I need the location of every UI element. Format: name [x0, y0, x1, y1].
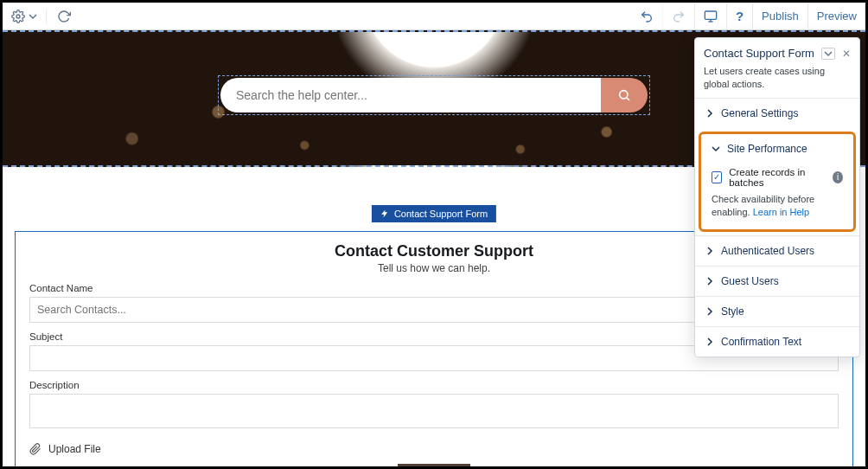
search-component[interactable]: [218, 75, 650, 115]
component-badge: Contact Support Form: [372, 205, 496, 222]
builder-settings-menu[interactable]: [3, 10, 47, 23]
search-icon: [617, 88, 631, 102]
section-label: Confirmation Text: [721, 336, 801, 348]
svg-point-4: [620, 91, 628, 99]
section-label: Site Performance: [727, 143, 807, 155]
section-site-performance[interactable]: Site Performance: [701, 134, 853, 164]
svg-point-0: [16, 15, 20, 18]
search-input[interactable]: [220, 78, 601, 112]
submit-button[interactable]: Submit: [398, 464, 470, 469]
top-toolbar: ? Publish Preview: [3, 3, 865, 30]
preview-label: Preview: [817, 10, 857, 22]
checkbox-label: Create records in batches: [729, 167, 826, 188]
help-text: Check availability before enabling. Lear…: [712, 193, 843, 220]
close-icon: ✕: [842, 48, 851, 60]
desktop-icon: [704, 10, 718, 23]
section-general-settings[interactable]: General Settings: [695, 98, 859, 128]
info-icon[interactable]: i: [833, 171, 843, 183]
search-button[interactable]: [601, 78, 648, 112]
publish-label: Publish: [762, 10, 799, 22]
svg-line-5: [627, 98, 629, 100]
section-label: Guest Users: [721, 275, 779, 287]
gear-icon: [11, 10, 25, 23]
undo-icon: [640, 10, 654, 23]
upload-label: Upload File: [48, 443, 101, 455]
redo-icon: [672, 10, 686, 23]
chevron-right-icon: [705, 109, 714, 118]
upload-file[interactable]: Upload File: [29, 443, 839, 455]
question-icon: ?: [736, 9, 744, 23]
section-authenticated-users[interactable]: Authenticated Users: [695, 235, 859, 266]
chevron-right-icon: [705, 277, 714, 286]
section-label: Authenticated Users: [721, 245, 814, 257]
section-confirmation-text[interactable]: Confirmation Text: [695, 326, 859, 357]
create-records-batches-checkbox[interactable]: ✓: [712, 171, 722, 183]
section-style[interactable]: Style: [695, 296, 859, 326]
section-label: General Settings: [721, 107, 798, 119]
description-label: Description: [29, 380, 839, 390]
help-button[interactable]: ?: [726, 3, 752, 29]
undo-button[interactable]: [631, 3, 662, 29]
description-input[interactable]: [29, 394, 839, 428]
chevron-right-icon: [705, 307, 714, 316]
redo-button[interactable]: [662, 3, 694, 29]
chevron-right-icon: [705, 247, 714, 255]
site-performance-highlight: Site Performance ✓ Create records in bat…: [699, 132, 856, 233]
panel-close-button[interactable]: ✕: [842, 48, 851, 60]
section-guest-users[interactable]: Guest Users: [695, 266, 859, 296]
device-preview-button[interactable]: [694, 3, 726, 29]
panel-subtitle: Let users create cases using global acti…: [704, 65, 851, 91]
chevron-right-icon: [705, 337, 714, 346]
chevron-down-icon: [824, 49, 833, 58]
chevron-down-icon: [712, 145, 720, 153]
lightning-icon: [380, 209, 389, 218]
learn-in-help-link[interactable]: Learn in Help: [753, 207, 809, 217]
refresh-button[interactable]: [47, 10, 81, 23]
properties-panel: Contact Support Form ✕ Let users create …: [694, 37, 860, 357]
paperclip-icon: [29, 443, 41, 455]
section-label: Style: [721, 305, 744, 318]
refresh-icon: [57, 10, 71, 23]
preview-button[interactable]: Preview: [807, 3, 865, 29]
chevron-down-icon: [29, 12, 37, 21]
publish-button[interactable]: Publish: [752, 3, 807, 29]
panel-menu-button[interactable]: [821, 48, 835, 60]
svg-rect-1: [705, 11, 716, 19]
component-badge-label: Contact Support Form: [394, 209, 488, 219]
panel-title: Contact Support Form: [704, 47, 814, 60]
